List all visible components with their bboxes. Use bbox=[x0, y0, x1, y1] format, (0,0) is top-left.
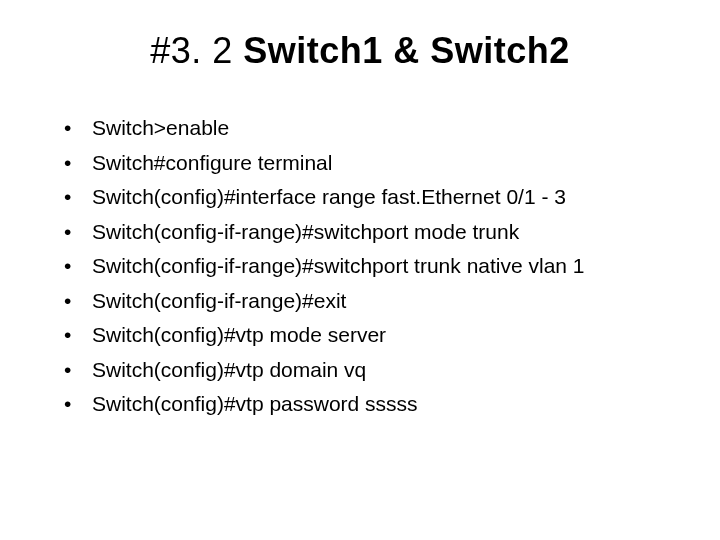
bullet-text: Switch(config)#vtp mode server bbox=[92, 323, 386, 346]
bullet-text: Switch>enable bbox=[92, 116, 229, 139]
list-item: Switch(config-if-range)#switchport trunk… bbox=[64, 250, 680, 283]
slide-container: #3. 2 Switch1 & Switch2 Switch>enable Sw… bbox=[0, 0, 720, 540]
list-item: Switch(config)#vtp domain vq bbox=[64, 354, 680, 387]
list-item: Switch(config)#vtp password sssss bbox=[64, 388, 680, 421]
bullet-text: Switch#configure terminal bbox=[92, 151, 332, 174]
list-item: Switch#configure terminal bbox=[64, 147, 680, 180]
bullet-list: Switch>enable Switch#configure terminal … bbox=[40, 112, 680, 421]
bullet-text: Switch(config)#vtp domain vq bbox=[92, 358, 366, 381]
list-item: Switch(config-if-range)#switchport mode … bbox=[64, 216, 680, 249]
list-item: Switch(config)#interface range fast.Ethe… bbox=[64, 181, 680, 214]
list-item: Switch(config)#vtp mode server bbox=[64, 319, 680, 352]
bullet-text: Switch(config)#interface range fast.Ethe… bbox=[92, 185, 566, 208]
bullet-text: Switch(config)#vtp password sssss bbox=[92, 392, 418, 415]
list-item: Switch>enable bbox=[64, 112, 680, 145]
list-item: Switch(config-if-range)#exit bbox=[64, 285, 680, 318]
title-prefix: #3. 2 bbox=[150, 30, 243, 71]
bullet-text: Switch(config-if-range)#switchport mode … bbox=[92, 220, 519, 243]
slide-title: #3. 2 Switch1 & Switch2 bbox=[40, 30, 680, 72]
title-bold: Switch1 & Switch2 bbox=[243, 30, 570, 71]
bullet-text: Switch(config-if-range)#exit bbox=[92, 289, 346, 312]
bullet-text: Switch(config-if-range)#switchport trunk… bbox=[92, 254, 585, 277]
